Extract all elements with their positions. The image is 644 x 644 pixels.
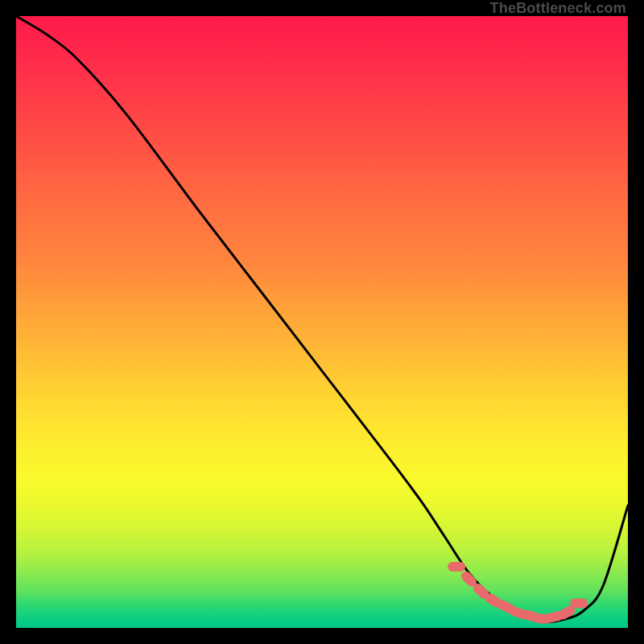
chart-overlay <box>16 16 628 628</box>
bottleneck-curve <box>16 16 628 622</box>
optimum-marker <box>448 562 465 572</box>
plot-area <box>16 16 628 628</box>
curve-line <box>16 16 628 622</box>
optimum-marker <box>570 599 588 609</box>
attribution-label: TheBottleneck.com <box>490 0 626 17</box>
chart-container: TheBottleneck.com <box>0 0 644 644</box>
